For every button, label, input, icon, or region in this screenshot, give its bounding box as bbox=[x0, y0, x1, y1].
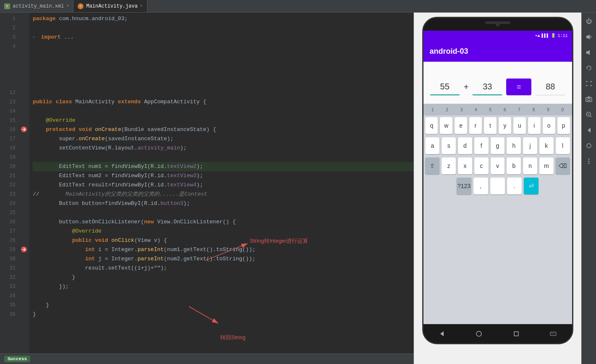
phone-operator: + bbox=[464, 82, 469, 92]
code-line-12 bbox=[33, 88, 413, 97]
fold-icon-import[interactable]: ▸ bbox=[33, 33, 38, 42]
kb-w[interactable]: w bbox=[440, 117, 452, 134]
kb-l[interactable]: l bbox=[556, 137, 570, 154]
status-bar: Success bbox=[0, 354, 413, 364]
tab-xml-label: activity_main.xml bbox=[13, 3, 64, 9]
kb-space[interactable] bbox=[490, 178, 505, 194]
code-line-18: setContentView(R.layout.activity_main); bbox=[33, 144, 413, 153]
phone-equals-button[interactable]: = bbox=[506, 79, 531, 95]
kb-d[interactable]: d bbox=[458, 137, 472, 154]
kb-delete[interactable]: ⌫ bbox=[556, 157, 570, 174]
nav-back[interactable] bbox=[438, 330, 446, 338]
tab-java[interactable]: C MainActivity.java × bbox=[73, 0, 147, 12]
toolbar-screenshot[interactable] bbox=[584, 79, 593, 88]
toolbar-home[interactable] bbox=[584, 141, 593, 150]
code-line-4 bbox=[33, 42, 413, 51]
nav-keyboard[interactable] bbox=[549, 330, 557, 338]
nav-recent[interactable] bbox=[512, 330, 520, 338]
kb-c[interactable]: c bbox=[474, 157, 489, 174]
code-lines[interactable]: package com.hnucm.android_03; ▸ import .… bbox=[29, 13, 413, 354]
phone-keyboard-area: 1 2 3 4 5 6 7 8 9 0 q w bbox=[423, 104, 572, 324]
kb-g[interactable]: g bbox=[491, 137, 505, 154]
gutter: ◀ ◀ bbox=[19, 13, 29, 354]
kb-f[interactable]: f bbox=[474, 137, 489, 154]
kb-b[interactable]: b bbox=[507, 157, 521, 174]
kb-t[interactable]: t bbox=[484, 117, 497, 134]
code-line-30: int j = Integer.parseInt(num2.getText().… bbox=[33, 254, 413, 264]
kb-a[interactable]: a bbox=[425, 137, 439, 154]
kb-enter[interactable]: ⏎ bbox=[524, 178, 538, 194]
tab-java-label: MainActivity.java bbox=[86, 3, 137, 9]
phone-mockup: ▾▲ ▌▌▌ 🔋 1:11 android-03 + = bbox=[422, 17, 573, 344]
kb-r[interactable]: r bbox=[469, 117, 482, 134]
kb-e[interactable]: e bbox=[455, 117, 467, 134]
kb-row-1: q w e r t y u i o p bbox=[423, 115, 572, 136]
tab-java-close[interactable]: × bbox=[140, 4, 143, 8]
kb-symbols[interactable]: ?123 bbox=[457, 178, 471, 194]
kb-i[interactable]: i bbox=[528, 117, 541, 134]
code-line-36: } bbox=[33, 310, 413, 319]
kb-y[interactable]: y bbox=[499, 117, 511, 134]
kb-number-row: 1 2 3 4 5 6 7 8 9 0 bbox=[423, 104, 572, 115]
svg-marker-13 bbox=[586, 50, 590, 55]
code-line-34 bbox=[33, 291, 413, 301]
kb-z[interactable]: z bbox=[442, 157, 456, 174]
code-line-3: ▸ import ... bbox=[33, 33, 413, 42]
right-toolbar: ⏻ bbox=[581, 13, 596, 364]
svg-rect-17 bbox=[588, 97, 590, 98]
kb-m[interactable]: m bbox=[539, 157, 554, 174]
code-line-1: package com.hnucm.android_03; bbox=[33, 14, 413, 24]
svg-marker-22 bbox=[588, 128, 591, 133]
toolbar-zoom[interactable] bbox=[584, 110, 593, 119]
phone-content: + = 1 2 3 4 5 6 7 8 bbox=[423, 62, 572, 324]
svg-line-19 bbox=[590, 116, 592, 118]
kb-p[interactable]: p bbox=[557, 117, 570, 134]
phone-status-icons: ▾▲ ▌▌▌ 🔋 1:11 bbox=[535, 33, 567, 38]
svg-point-26 bbox=[588, 163, 590, 164]
main-area: 1 2 3 4 12 13 14 15 16 17 18 19 20 21 22… bbox=[0, 13, 596, 364]
kb-h[interactable]: h bbox=[507, 137, 521, 154]
kb-comma[interactable]: , bbox=[473, 178, 488, 194]
code-line-35: } bbox=[33, 301, 413, 310]
code-line-26: button.setOnClickListener(new View.OnCli… bbox=[33, 217, 413, 227]
kb-num-0[interactable]: 0 bbox=[555, 105, 570, 115]
toolbar-rotate[interactable] bbox=[584, 63, 593, 73]
svg-rect-8 bbox=[550, 332, 556, 335]
phone-input-2[interactable] bbox=[473, 79, 502, 95]
kb-num-8[interactable]: 8 bbox=[526, 105, 541, 115]
kb-n[interactable]: n bbox=[523, 157, 537, 174]
kb-num-4[interactable]: 4 bbox=[469, 105, 483, 115]
kb-row-3: ⇧ z x c v b n m ⌫ bbox=[423, 156, 572, 176]
kb-shift[interactable]: ⇧ bbox=[425, 157, 439, 174]
phone-nav-bar bbox=[423, 324, 572, 343]
kb-num-1[interactable]: 1 bbox=[425, 105, 439, 115]
kb-k[interactable]: k bbox=[539, 137, 554, 154]
kb-num-6[interactable]: 6 bbox=[498, 105, 512, 115]
code-line-5 bbox=[33, 51, 413, 60]
kb-q[interactable]: q bbox=[425, 117, 438, 134]
toolbar-power[interactable]: ⏻ bbox=[584, 17, 593, 26]
tab-xml-close[interactable]: × bbox=[66, 4, 69, 8]
toolbar-volume-down[interactable] bbox=[584, 48, 593, 57]
kb-num-9[interactable]: 9 bbox=[541, 105, 555, 115]
kb-s[interactable]: s bbox=[442, 137, 456, 154]
kb-v[interactable]: v bbox=[491, 157, 505, 174]
kb-x[interactable]: x bbox=[458, 157, 472, 174]
kb-j[interactable]: j bbox=[523, 137, 537, 154]
svg-marker-14 bbox=[587, 68, 588, 69]
toolbar-back[interactable] bbox=[584, 126, 593, 135]
kb-num-7[interactable]: 7 bbox=[512, 105, 526, 115]
kb-period[interactable]: . bbox=[507, 178, 522, 194]
toolbar-more[interactable] bbox=[584, 157, 593, 166]
kb-num-2[interactable]: 2 bbox=[440, 105, 454, 115]
nav-home[interactable] bbox=[475, 330, 483, 338]
phone-result[interactable] bbox=[536, 79, 565, 95]
kb-u[interactable]: u bbox=[513, 117, 526, 134]
kb-num-5[interactable]: 5 bbox=[483, 105, 497, 115]
tab-xml[interactable]: X activity_main.xml × bbox=[0, 0, 73, 12]
toolbar-camera[interactable] bbox=[584, 94, 593, 104]
kb-o[interactable]: o bbox=[543, 117, 555, 134]
phone-input-1[interactable] bbox=[430, 79, 460, 95]
toolbar-volume-up[interactable] bbox=[584, 32, 593, 42]
kb-num-3[interactable]: 3 bbox=[454, 105, 468, 115]
